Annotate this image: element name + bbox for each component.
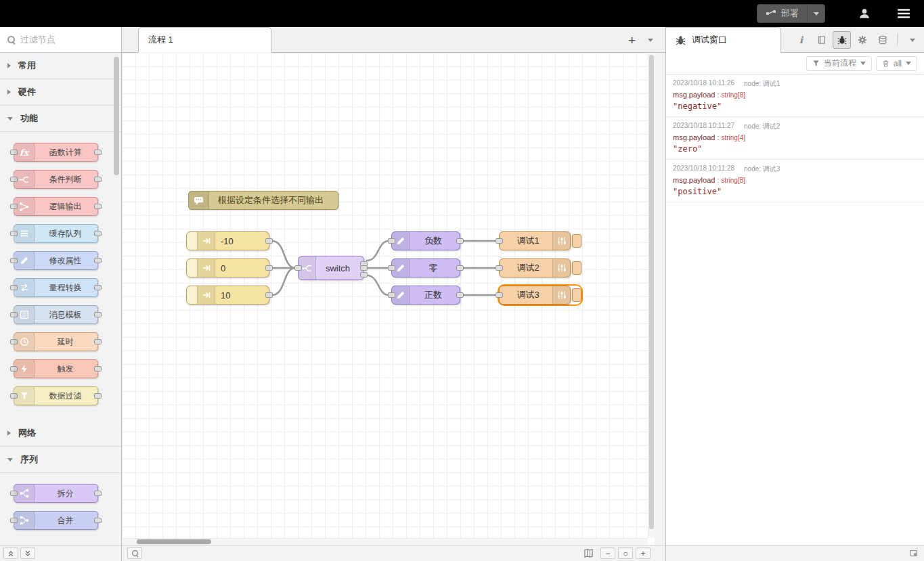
port-right[interactable] [94, 491, 102, 496]
debug-node-2[interactable]: 调试2 [499, 259, 581, 277]
canvas-hscrollbar-thumb[interactable] [137, 539, 211, 544]
port-right[interactable] [94, 518, 102, 523]
inject-node-zero[interactable]: 0 [186, 259, 269, 277]
palette-scrollbar[interactable] [114, 57, 119, 541]
debug-toggle-button[interactable] [572, 288, 581, 302]
tab-debug[interactable]: 调试窗口 [666, 27, 781, 53]
palette-category-sequence[interactable]: 序列 [0, 447, 121, 473]
zoom-reset-button[interactable]: ○ [618, 547, 633, 559]
flow-canvas[interactable]: 根据设定条件选择不同输出 -10 0 10 [122, 53, 648, 538]
user-menu-button[interactable] [855, 4, 874, 23]
zoom-in-button[interactable]: + [636, 547, 651, 559]
palette-node-data-filter[interactable]: 数据过滤 [14, 386, 98, 405]
inject-button[interactable] [187, 286, 198, 304]
zoom-out-button[interactable]: − [600, 547, 615, 559]
canvas-search-button[interactable] [127, 547, 142, 559]
port-right[interactable] [94, 204, 102, 209]
palette-node-condition[interactable]: 条件判断 [14, 170, 98, 189]
deploy-options-button[interactable] [807, 5, 824, 22]
message-value[interactable]: "positive" [673, 187, 917, 196]
add-flow-button[interactable]: + [628, 34, 636, 47]
palette-category-hardware[interactable]: 硬件 [0, 79, 121, 106]
flow-list-button[interactable] [648, 39, 653, 42]
collapse-all-button[interactable] [3, 547, 18, 559]
debug-message[interactable]: 2023/10/18 10:11:26 node: 调试1 msg.payloa… [666, 74, 924, 117]
minimap-toggle-icon[interactable] [584, 548, 594, 558]
canvas-vscrollbar[interactable] [648, 53, 655, 538]
debug-node-1[interactable]: 调试1 [499, 231, 581, 250]
palette-node-change-property[interactable]: 修改属性 [14, 251, 98, 270]
sidebar-menu-button[interactable] [903, 31, 921, 49]
palette-scrollbar-thumb[interactable] [114, 57, 119, 175]
message-value[interactable]: "negative" [673, 102, 917, 111]
switch-node[interactable]: switch [298, 256, 364, 280]
change-node-positive[interactable]: 正数 [391, 286, 460, 305]
input-port[interactable] [496, 238, 503, 244]
inject-button[interactable] [187, 259, 198, 277]
main-menu-button[interactable] [894, 4, 913, 23]
output-port[interactable] [265, 265, 273, 271]
palette-category-network[interactable]: 网络 [0, 420, 121, 447]
port-right[interactable] [94, 150, 102, 155]
palette-node-join[interactable]: 合并 [14, 511, 98, 530]
inject-node-plus10[interactable]: 10 [186, 286, 269, 305]
debug-message[interactable]: 2023/10/18 10:11:27 node: 调试2 msg.payloa… [666, 117, 924, 160]
input-port[interactable] [388, 238, 395, 244]
output-port-3[interactable] [360, 272, 368, 277]
message-property[interactable]: msg.payload [673, 133, 715, 141]
change-node-zero[interactable]: 零 [391, 259, 460, 277]
comment-node[interactable]: 根据设定条件选择不同输出 [188, 191, 338, 210]
info-tab-button[interactable]: i [792, 31, 810, 49]
canvas-vscrollbar-thumb[interactable] [649, 55, 654, 529]
collapse-sidebar-icon[interactable] [908, 549, 919, 558]
palette-node-delay[interactable]: 延时 [14, 332, 98, 351]
change-node-negative[interactable]: 负数 [391, 231, 460, 250]
tab-flow-1[interactable]: 流程 1 [138, 27, 271, 53]
palette-node-scale-convert[interactable]: 量程转换 [14, 278, 98, 297]
output-port[interactable] [456, 265, 464, 271]
message-value[interactable]: "zero" [673, 144, 917, 154]
input-port[interactable] [388, 292, 395, 298]
input-port[interactable] [496, 292, 503, 298]
port-right[interactable] [94, 339, 102, 344]
output-port[interactable] [265, 238, 273, 244]
context-tab-button[interactable] [873, 31, 892, 49]
palette-node-msg-template[interactable]: 消息模板 [14, 305, 98, 324]
help-tab-button[interactable] [812, 31, 831, 49]
port-right[interactable] [94, 231, 102, 236]
deploy-button[interactable]: 部署 [757, 4, 825, 23]
port-right[interactable] [94, 312, 102, 317]
filter-flow-button[interactable]: 当前流程 [806, 56, 872, 71]
port-right[interactable] [94, 393, 102, 399]
output-port[interactable] [265, 292, 273, 298]
port-right[interactable] [94, 285, 102, 290]
palette-search-input[interactable]: 过滤节点 [0, 27, 121, 53]
palette-node-function-calc[interactable]: fx 函数计算 [14, 143, 98, 162]
message-property[interactable]: msg.payload [673, 91, 715, 99]
port-right[interactable] [94, 177, 102, 182]
clear-scope-button[interactable]: all [876, 56, 917, 71]
output-port[interactable] [456, 238, 464, 244]
output-port-2[interactable] [360, 265, 368, 271]
palette-node-cache-queue[interactable]: 缓存队列 [14, 224, 98, 243]
palette-node-trigger[interactable]: 触发 [14, 359, 98, 378]
palette-category-function[interactable]: 功能 [0, 106, 121, 132]
palette-category-common[interactable]: 常用 [0, 53, 121, 79]
inject-node-minus10[interactable]: -10 [186, 231, 269, 250]
debug-tab-button[interactable] [833, 31, 851, 49]
input-port[interactable] [388, 265, 395, 271]
canvas-hscrollbar[interactable] [122, 538, 648, 545]
config-tab-button[interactable] [853, 31, 871, 49]
palette-node-split[interactable]: 拆分 [14, 484, 98, 503]
debug-message[interactable]: 2023/10/18 10:11:28 node: 调试3 msg.payloa… [666, 160, 924, 202]
port-right[interactable] [94, 258, 102, 263]
inject-button[interactable] [187, 232, 198, 250]
palette-node-logic-output[interactable]: 逻辑输出 [14, 197, 98, 216]
debug-node-3[interactable]: 调试3 [499, 286, 581, 305]
debug-toggle-button[interactable] [572, 234, 581, 248]
input-port[interactable] [294, 265, 302, 271]
message-property[interactable]: msg.payload [673, 176, 715, 184]
expand-all-button[interactable] [20, 547, 35, 559]
port-right[interactable] [94, 366, 102, 372]
input-port[interactable] [496, 265, 503, 271]
